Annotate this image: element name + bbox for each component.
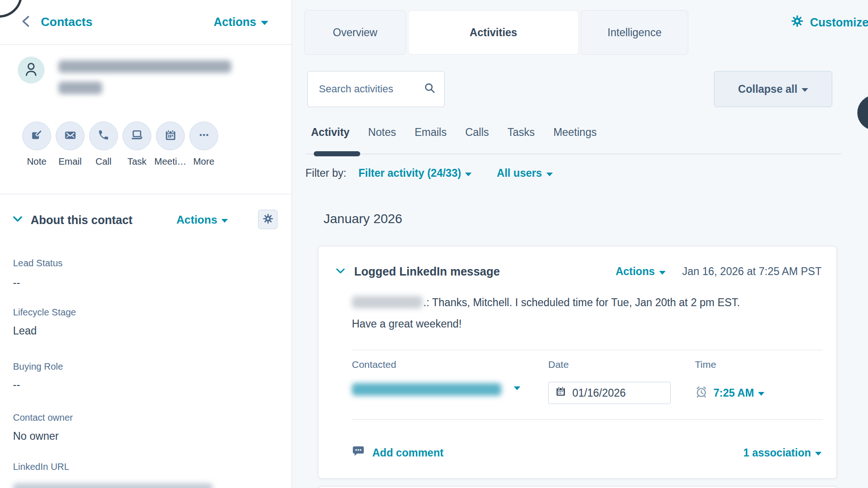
quick-actions-row: Note Email [20,122,220,167]
collapse-chevron-icon[interactable] [12,215,23,225]
search-icon[interactable] [424,82,436,96]
next-activity-card-edge [318,486,838,488]
about-settings-button[interactable] [258,210,278,229]
tab-overview[interactable]: Overview [304,10,406,55]
property-label: Lead Status [13,258,63,269]
filter-activity-label: Filter activity (24/33) [358,167,461,180]
about-section-title: About this contact [31,213,132,227]
property-label: Buying Role [13,361,63,372]
more-label: More [193,156,214,167]
note-pencil-icon [31,129,43,143]
about-actions-dropdown[interactable]: Actions [176,213,228,226]
time-label: Time [695,359,716,370]
call-circle[interactable] [89,122,118,150]
add-comment-button[interactable]: Add comment [352,445,443,461]
about-actions-label: Actions [176,213,217,226]
property-label: Lifecycle Stage [13,307,76,318]
more-circle[interactable] [189,122,218,150]
task-button[interactable]: Task [121,122,153,167]
note-label: Note [27,156,46,167]
time-dropdown[interactable]: 7:25 AM [695,382,764,404]
sidebar-header: Contacts Actions [0,0,291,45]
subtab-tasks[interactable]: Tasks [507,126,535,139]
floating-help-button[interactable] [857,95,868,130]
contact-actions-dropdown[interactable]: Actions [214,15,268,29]
subtab-emails[interactable]: Emails [415,126,447,139]
laptop-icon [130,128,143,143]
subtab-meetings[interactable]: Meetings [553,126,596,139]
caret-down-icon [221,219,228,223]
caret-down-icon[interactable] [514,386,520,390]
message-line1: .: Thanks, Mitchell. I scheduled time fo… [423,296,740,308]
caret-down-icon [815,452,822,456]
ellipsis-icon [198,129,210,143]
activity-timestamp: Jan 16, 2026 at 7:25 AM PST [682,265,822,278]
gear-icon [791,15,803,30]
activity-main-panel: Overview Activities Intelligence [292,0,868,488]
activity-actions-dropdown[interactable]: Actions [615,265,665,278]
email-button[interactable]: Email [54,122,86,167]
tab-activities[interactable]: Activities [408,10,579,55]
date-input[interactable]: 01/16/2026 [548,382,671,404]
property-value[interactable]: -- [13,276,20,289]
contacted-label: Contacted [352,359,396,370]
association-label: 1 association [743,447,811,459]
customize-tabs-link[interactable]: Customize [791,0,868,45]
property-value[interactable]: No owner [13,430,58,443]
call-label: Call [96,156,111,167]
tab-intelligence[interactable]: Intelligence [581,10,688,55]
subtab-notes[interactable]: Notes [368,126,396,139]
caret-down-icon [546,173,553,176]
add-comment-label: Add comment [372,447,443,459]
redacted-contacted-value[interactable] [352,383,501,396]
activity-message: .: Thanks, Mitchell. I scheduled time fo… [352,292,809,334]
back-to-contacts-link[interactable]: Contacts [20,14,92,30]
envelope-icon [64,129,77,143]
task-circle[interactable] [123,122,151,150]
hubspot-contact-page: Contacts Actions [0,0,868,488]
redacted-contact-name-line2 [58,82,102,94]
property-value[interactable]: Lead [13,325,37,337]
task-label: Task [127,156,146,167]
all-users-dropdown[interactable]: All users [497,167,552,180]
more-button[interactable]: More [188,122,220,167]
collapse-all-button[interactable]: Collapse all [714,71,832,107]
association-dropdown[interactable]: 1 association [743,447,822,459]
meeting-button[interactable]: Meeti… [154,122,187,167]
note-button[interactable]: Note [20,122,53,167]
date-label: Date [548,359,569,370]
calendar-icon [164,129,177,143]
activity-card-header: Logged LinkedIn message Actions Jan 16, … [335,265,822,278]
caret-down-icon [758,392,764,396]
redacted-linkedin-url-value[interactable] [13,483,213,488]
filter-activity-dropdown[interactable]: Filter activity (24/33) [358,167,472,180]
activity-card-footer: Add comment 1 association [352,440,822,465]
contact-sidebar: Contacts Actions [0,0,292,488]
caret-down-icon [659,271,666,275]
comment-bubble-icon [352,445,365,461]
about-this-contact-header: About this contact Actions [12,210,279,230]
message-line2: Have a great weekend! [352,318,462,330]
activity-title: Logged LinkedIn message [354,265,500,278]
meeting-circle[interactable] [156,122,185,150]
property-value[interactable]: -- [13,379,20,391]
time-value-text: 7:25 AM [713,387,754,399]
record-tabs: Overview Activities Intelligence [304,10,688,55]
call-button[interactable]: Call [87,122,120,167]
gear-icon [263,213,273,226]
subtab-calls[interactable]: Calls [465,126,489,139]
activity-card: Logged LinkedIn message Actions Jan 16, … [318,246,837,479]
search-input[interactable] [318,83,424,96]
user-icon [24,62,38,78]
filter-by-label: Filter by: [305,167,346,180]
meeting-label: Meeti… [155,156,187,167]
subtab-activity[interactable]: Activity [311,126,350,139]
card-collapse-chevron-icon[interactable] [335,267,346,276]
sidebar-divider [0,194,291,194]
email-label: Email [58,156,82,167]
filter-row: Filter by: Filter activity (24/33) All u… [305,167,553,180]
note-circle[interactable] [22,122,51,150]
email-circle[interactable] [56,122,84,150]
property-label: LinkedIn URL [13,462,69,472]
activity-actions-label: Actions [615,265,654,278]
